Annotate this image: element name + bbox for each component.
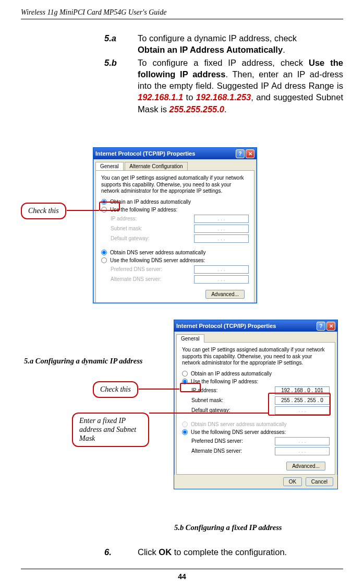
step-6-t1: Click	[138, 547, 159, 557]
step-6-t2: to complete the configuration.	[172, 547, 287, 557]
dialog1-ip-input[interactable]: . . .	[194, 215, 249, 223]
red-highlight-obtain-ip	[99, 202, 120, 211]
dialog2-radio-use-dns-input[interactable]	[182, 429, 188, 435]
dialog2-lbl-alt-dns: Alternate DNS server:	[191, 448, 275, 454]
dialog1-lbl-gateway: Default gateway:	[111, 236, 194, 241]
footer-instruction: 6. Click OK to complete the configuratio…	[104, 547, 343, 557]
dialog1-tab-alternate[interactable]: Alternate Configuration	[125, 162, 187, 171]
dialog1-radio-use-ip[interactable]: Use the following IP address:	[101, 207, 249, 213]
dialog1-radio-use-dns[interactable]: Use the following DNS server addresses:	[101, 257, 249, 263]
dialog2-button-row: OK Cancel	[174, 475, 337, 489]
dialog1-radio-obtain-ip-label: Obtain an IP address automatically	[110, 199, 191, 205]
step-5b-t1: To configure a fixed IP address, check	[138, 58, 309, 67]
dialog2-lbl-subnet: Subnet mask:	[191, 397, 275, 403]
dialog2-radio-obtain-ip[interactable]: Obtain an IP address automatically	[182, 371, 330, 377]
dialog1-radio-use-dns-label: Use the following DNS server addresses:	[110, 257, 205, 263]
dialog2-advanced-button[interactable]: Advanced...	[286, 462, 325, 471]
dialog1-radio-obtain-dns-label: Obtain DNS server address automatically	[110, 250, 205, 255]
dialog1-radio-use-dns-input[interactable]	[101, 257, 107, 263]
dialog2-alt-dns-input[interactable]: . . .	[275, 447, 330, 455]
dialog2-close-button[interactable]: ✕	[326, 322, 335, 331]
dialog1-title: Internet Protocol (TCP/IP) Properties	[95, 150, 195, 157]
step-5a-text: To configure a dynamic IP address, check…	[138, 32, 343, 56]
dialog1-panel: You can get IP settings assigned automat…	[95, 170, 254, 303]
caption-5b: 5.b Configuring a fixed IP address	[174, 523, 282, 532]
dialog1-lbl-pref-dns: Preferred DNS server:	[111, 266, 194, 272]
dialog2-title: Internet Protocol (TCP/IP) Properties	[176, 323, 276, 329]
step-6-text: Click OK to complete the configuration.	[138, 547, 287, 557]
step-5b-ip3: 255.255.255.0	[169, 104, 225, 114]
dialog1-lbl-ip: IP address:	[111, 216, 194, 221]
dialog1-lbl-subnet: Subnet mask:	[111, 226, 194, 231]
dialog1-gateway-input[interactable]: . . .	[194, 234, 249, 243]
dialog1-radio-obtain-dns-input[interactable]	[101, 250, 107, 255]
callout-check-this-2: Check this	[93, 381, 138, 398]
step-5a-bold: Obtain an IP Address Automatically	[138, 45, 283, 54]
callout-line-1	[67, 210, 99, 211]
dialog1-lbl-alt-dns: Alternate DNS server:	[111, 276, 194, 282]
red-highlight-use-ip	[180, 383, 201, 392]
step-5a-period: .	[283, 45, 285, 54]
dialog1-radio-obtain-dns[interactable]: Obtain DNS server address automatically	[101, 250, 249, 255]
dialog2-cancel-button[interactable]: Cancel	[306, 477, 333, 486]
dialog1-description: You can get IP settings assigned automat…	[101, 175, 249, 195]
dialog2-ok-button[interactable]: OK	[283, 477, 302, 486]
dialog2-tabs: General	[174, 332, 337, 342]
dialog1-advanced-button[interactable]: Advanced...	[205, 290, 245, 299]
dialog1-titlebar: Internet Protocol (TCP/IP) Properties ? …	[93, 148, 257, 159]
dialog1-alt-dns-input[interactable]: . . .	[194, 275, 249, 284]
dialog1-radio-use-ip-label: Use the following IP address:	[110, 207, 177, 213]
footer-divider	[21, 569, 343, 569]
red-highlight-ip-fields	[268, 393, 331, 416]
dialog1-tabs: General Alternate Configuration	[93, 159, 257, 170]
dialog2-radio-obtain-dns-label: Obtain DNS server address automatically	[191, 421, 286, 427]
dialog2-radio-obtain-dns[interactable]: Obtain DNS server address automatically	[182, 421, 330, 427]
step-5b-ip1: 192.168.1.1	[138, 92, 183, 102]
header-divider	[21, 19, 343, 19]
dialog2-radio-use-ip[interactable]: Use the following IP address:	[182, 379, 330, 384]
dialog2-radio-use-ip-label: Use the following IP address:	[191, 379, 258, 384]
tcpip-dialog-dynamic: Internet Protocol (TCP/IP) Properties ? …	[93, 147, 257, 303]
step-5b-t3: to	[183, 92, 196, 102]
dialog1-close-button[interactable]: ✕	[246, 149, 254, 158]
dialog2-radio-use-dns[interactable]: Use the following DNS server addresses:	[182, 429, 330, 435]
dialog1-help-button[interactable]: ?	[236, 149, 245, 158]
dialog2-radio-obtain-dns-input[interactable]	[182, 421, 188, 427]
step-5a-line1: To configure a dynamic IP address, check	[138, 33, 297, 43]
dialog2-lbl-pref-dns: Preferred DNS server:	[191, 438, 275, 444]
callout-line-2	[139, 389, 179, 390]
dialog2-lbl-ip: IP address:	[191, 387, 275, 393]
instruction-block: 5.a To configure a dynamic IP address, c…	[104, 32, 343, 116]
callout-line-3	[149, 413, 268, 414]
step-5b-text: To configure a fixed IP address, check U…	[138, 57, 343, 115]
dialog2-radio-obtain-ip-label: Obtain an IP address automatically	[191, 371, 272, 377]
step-number-5b: 5.b	[104, 57, 138, 115]
dialog1-tab-general[interactable]: General	[95, 162, 124, 170]
dialog1-radio-obtain-ip[interactable]: Obtain an IP address automatically	[101, 199, 249, 205]
step-number-5a: 5.a	[104, 32, 138, 56]
dialog2-radio-use-dns-label: Use the following DNS server addresses:	[191, 429, 286, 435]
callout-enter-ip: Enter a fixed IP address and Subnet Mask	[72, 413, 149, 447]
page-number: 44	[0, 572, 364, 581]
dialog2-description: You can get IP settings assigned automat…	[182, 347, 330, 367]
dialog2-pref-dns-input[interactable]: . . .	[275, 437, 330, 445]
page-header: Wireless 11g MiniPCI Card MP54G User's G…	[21, 8, 166, 17]
dialog2-titlebar: Internet Protocol (TCP/IP) Properties ? …	[174, 320, 337, 332]
dialog2-radio-obtain-ip-input[interactable]	[182, 371, 188, 377]
dialog2-tab-general[interactable]: General	[176, 334, 204, 343]
step-5b-ip2: 192.168.1.253	[196, 92, 251, 102]
caption-5a: 5.a Configuring a dynamic IP address	[24, 357, 142, 366]
dialog2-help-button[interactable]: ?	[317, 322, 325, 331]
step-6-bold: OK	[159, 547, 172, 557]
dialog1-advanced-row: Advanced...	[101, 291, 249, 297]
dialog1-pref-dns-input[interactable]: . . .	[194, 265, 249, 274]
callout-check-this-1: Check this	[21, 203, 66, 219]
step-5b-period: .	[224, 104, 227, 114]
dialog2-advanced-row: Advanced...	[182, 463, 330, 469]
step-number-6: 6.	[104, 547, 138, 557]
dialog1-subnet-input[interactable]: . . .	[194, 225, 249, 233]
